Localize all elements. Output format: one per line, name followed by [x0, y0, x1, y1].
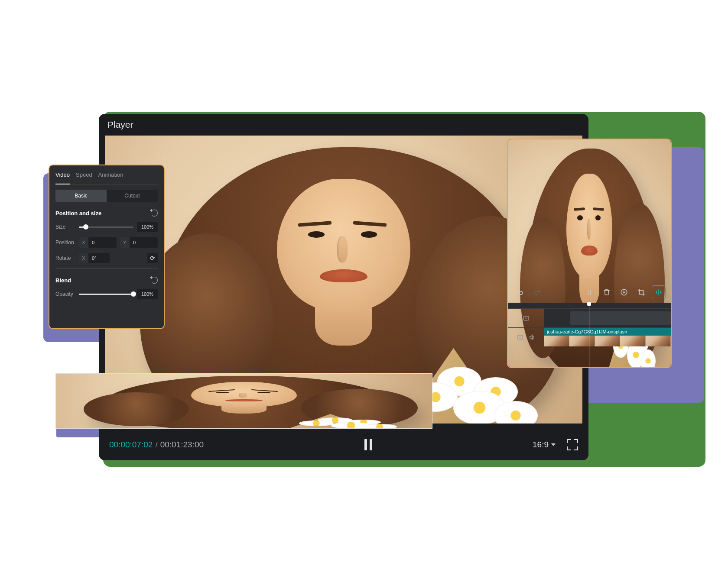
mini-preview-artwork [513, 160, 667, 264]
delete-button[interactable] [600, 285, 614, 299]
position-label: Position [55, 239, 75, 246]
size-value[interactable]: 100% [137, 222, 158, 232]
section-position-title: Position and size [55, 210, 101, 217]
aspect-ratio-value: 16:9 [533, 440, 549, 449]
size-slider[interactable] [79, 226, 133, 228]
main-controls: 00:00:07:02 / 00:01:23:00 16:9 [99, 429, 588, 460]
timecode-separator: / [155, 440, 157, 449]
subtab-basic[interactable]: Basic [55, 190, 107, 202]
mini-player-panel: Player 00:00:00:23 / 00:00:08:28 [507, 139, 672, 368]
filmstrip[interactable] [55, 373, 432, 429]
section-blend-title: Blend [55, 277, 71, 284]
clip-thumbnails [544, 336, 671, 346]
mirror-button[interactable] [652, 285, 666, 299]
video-clip[interactable]: joshua-earle-Cg7G8Gg1IJM-unsplash [544, 328, 671, 346]
rotate-button[interactable]: ⟳ [147, 253, 158, 263]
tab-speed[interactable]: Speed [76, 171, 92, 181]
reset-blend-icon[interactable] [151, 277, 158, 284]
position-y-input[interactable]: Y0 [120, 237, 158, 248]
video-track-icon [523, 315, 530, 322]
opacity-label: Opacity [55, 291, 75, 297]
property-tabs: Video Speed Animation [55, 171, 158, 184]
audio-icon [529, 334, 536, 341]
main-player-title: Player [99, 114, 588, 136]
empty-clip[interactable] [570, 311, 671, 325]
opacity-value[interactable]: 100% [137, 289, 158, 299]
subtab-cutout[interactable]: Cutout [107, 190, 158, 202]
opacity-slider[interactable] [79, 294, 133, 295]
aspect-ratio-selector[interactable]: 16:9 [533, 440, 556, 449]
video-track-icon [517, 334, 523, 341]
timecode-current: 00:00:07:02 [109, 440, 153, 449]
property-subtabs: Basic Cutout [55, 190, 158, 202]
split-button[interactable] [582, 285, 596, 299]
filmstrip-frame[interactable] [355, 374, 429, 428]
rotate-label: Rotate [55, 255, 75, 261]
pause-button[interactable] [362, 439, 374, 451]
size-label: Size [55, 224, 75, 230]
tab-animation[interactable]: Animation [98, 171, 124, 181]
mini-timeline[interactable]: joshua-earle-Cg7G8Gg1IJM-unsplash [508, 303, 671, 367]
undo-button[interactable] [513, 285, 527, 299]
video-track-2[interactable]: joshua-earle-Cg7G8Gg1IJM-unsplash [544, 328, 671, 346]
video-track-1[interactable] [544, 309, 671, 327]
tab-video[interactable]: Video [55, 171, 70, 184]
position-x-input[interactable]: X0 [79, 237, 117, 248]
crop-button[interactable] [634, 285, 648, 299]
render-button[interactable] [617, 285, 631, 299]
reset-position-icon[interactable] [151, 210, 158, 217]
mini-viewport[interactable] [513, 160, 667, 264]
property-panel: Video Speed Animation Basic Cutout Posit… [49, 165, 165, 329]
chevron-down-icon [551, 443, 556, 446]
clip-label: joshua-earle-Cg7G8Gg1IJM-unsplash [544, 328, 671, 336]
redo-button[interactable] [530, 285, 544, 299]
rotate-x-input[interactable]: X0° [79, 253, 110, 263]
mini-playhead[interactable] [589, 303, 589, 367]
timecode-total: 00:01:23:00 [160, 440, 204, 449]
fullscreen-button[interactable] [567, 439, 578, 450]
